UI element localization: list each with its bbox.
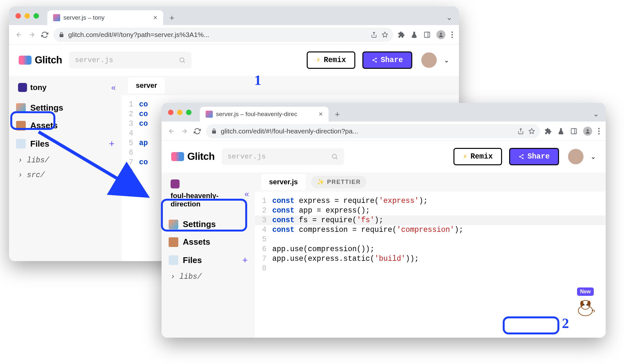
prettier-button[interactable]: ✨ PRETTIER: [311, 176, 367, 188]
file-search-input[interactable]: server.js: [222, 148, 344, 165]
project-icon: [18, 83, 27, 92]
share-page-icon[interactable]: [371, 32, 377, 38]
svg-point-18: [598, 133, 600, 134]
file-search-input[interactable]: server.js: [69, 52, 191, 68]
bookmark-icon[interactable]: [382, 32, 388, 38]
sidebar: foul-heavenly-direction « Settings Asset…: [162, 172, 255, 338]
project-chip[interactable]: foul-heavenly-direction: [166, 177, 230, 211]
folder-item[interactable]: › src/: [9, 168, 122, 183]
user-menu-chevron-icon[interactable]: ⌄: [591, 153, 596, 160]
url-input[interactable]: glitch.com/edit/#!/foul-heavenly-directi…: [206, 124, 540, 138]
lock-icon: [59, 32, 64, 38]
sidebar-item-files[interactable]: Files+: [9, 134, 122, 153]
svg-rect-13: [571, 128, 577, 134]
collapse-sidebar-icon[interactable]: «: [111, 83, 116, 93]
window-minimize[interactable]: [177, 110, 182, 115]
sidebar-item-settings[interactable]: Settings: [162, 215, 255, 233]
tab-strip: server.js – foul-heavenly-direc × + ⌄: [162, 103, 606, 122]
svg-point-29: [587, 301, 591, 306]
svg-point-23: [522, 158, 524, 159]
window-maximize[interactable]: [186, 110, 191, 115]
annotation-number-2: 2: [562, 315, 569, 332]
add-file-icon[interactable]: +: [109, 138, 115, 149]
project-icon: [171, 179, 180, 188]
user-avatar[interactable]: [568, 149, 583, 164]
share-button[interactable]: Share: [362, 51, 412, 69]
kebab-menu-icon[interactable]: [451, 31, 453, 38]
assets-icon: [16, 121, 26, 131]
new-tab-button[interactable]: +: [166, 12, 178, 24]
panel-icon[interactable]: [424, 31, 431, 38]
profile-avatar[interactable]: [583, 127, 592, 136]
browser-tab[interactable]: server.js – foul-heavenly-direc ×: [200, 107, 329, 122]
files-icon: [16, 139, 26, 149]
panel-icon[interactable]: [570, 128, 577, 135]
glitch-mascot[interactable]: New: [574, 287, 597, 317]
editor-tab[interactable]: server.js: [261, 174, 305, 190]
url-text: glitch.com/edit/#!/foul-heavenly-directi…: [221, 127, 358, 135]
glitch-logo[interactable]: Glitch: [19, 54, 62, 66]
sidebar-item-settings[interactable]: Settings: [9, 99, 122, 117]
tab-strip: server.js – tony × + ⌄: [9, 6, 459, 25]
extensions-icon[interactable]: [398, 31, 405, 38]
add-file-icon[interactable]: +: [242, 255, 248, 266]
folder-item[interactable]: › libs/: [9, 153, 122, 168]
project-chip[interactable]: tony: [14, 80, 51, 95]
code-editor[interactable]: server.js ✨ PRETTIER 1const express = re…: [255, 172, 606, 338]
window-close[interactable]: [168, 110, 173, 115]
share-button[interactable]: Share: [509, 148, 559, 165]
app-header: Glitch server.js ⚡ Remix Share ⌄: [162, 141, 606, 172]
kebab-menu-icon[interactable]: [598, 128, 600, 135]
sidebar-item-assets[interactable]: Assets: [9, 117, 122, 134]
svg-line-20: [336, 158, 338, 159]
search-icon: [179, 57, 186, 64]
svg-point-17: [598, 130, 600, 132]
folder-item[interactable]: › libs/: [162, 269, 255, 284]
remix-button[interactable]: ⚡ Remix: [307, 51, 355, 69]
svg-line-11: [374, 59, 375, 60]
user-avatar[interactable]: [421, 52, 437, 68]
glitch-logo[interactable]: Glitch: [171, 151, 215, 162]
forward-button[interactable]: [28, 31, 36, 39]
profile-avatar[interactable]: [436, 30, 445, 39]
user-menu-chevron-icon[interactable]: ⌄: [444, 56, 449, 64]
tab-list-chevron-icon[interactable]: ⌄: [446, 13, 452, 22]
collapse-sidebar-icon[interactable]: «: [245, 189, 249, 199]
labs-icon[interactable]: [411, 31, 418, 38]
bookmark-icon[interactable]: [528, 128, 535, 134]
favicon-icon: [53, 14, 60, 21]
close-tab-icon[interactable]: ×: [153, 14, 157, 22]
extensions-icon[interactable]: [545, 128, 552, 135]
forward-button[interactable]: [180, 127, 189, 135]
window-minimize[interactable]: [24, 13, 30, 19]
back-button[interactable]: [15, 31, 23, 39]
reload-button[interactable]: [193, 127, 201, 135]
labs-icon[interactable]: [557, 128, 564, 135]
url-input[interactable]: glitch.com/edit/#!/tony?path=server.js%3…: [53, 28, 393, 42]
tab-title: server.js – foul-heavenly-direc: [216, 111, 297, 118]
window-close[interactable]: [15, 13, 21, 19]
svg-point-2: [440, 33, 442, 35]
browser-window-front: server.js – foul-heavenly-direc × + ⌄ gl…: [162, 103, 606, 338]
share-page-icon[interactable]: [518, 128, 524, 134]
lightning-icon: ⚡: [463, 152, 467, 161]
sidebar-item-files[interactable]: Files+: [162, 251, 255, 269]
back-button[interactable]: [167, 127, 176, 135]
sidebar-item-assets[interactable]: Assets: [162, 233, 255, 251]
new-tab-button[interactable]: +: [331, 108, 343, 120]
svg-point-8: [375, 58, 377, 59]
close-tab-icon[interactable]: ×: [319, 110, 323, 118]
lock-icon: [211, 128, 217, 134]
svg-point-22: [519, 156, 521, 158]
assets-icon: [169, 237, 178, 247]
tab-list-chevron-icon[interactable]: ⌄: [593, 109, 599, 118]
editor-tab[interactable]: server: [128, 77, 165, 94]
address-bar: glitch.com/edit/#!/foul-heavenly-directi…: [162, 122, 606, 141]
reload-button[interactable]: [41, 31, 49, 39]
new-badge: New: [577, 287, 594, 296]
window-maximize[interactable]: [33, 13, 39, 19]
remix-button[interactable]: ⚡ Remix: [453, 148, 502, 165]
svg-point-15: [587, 129, 589, 131]
browser-tab[interactable]: server.js – tony ×: [47, 10, 163, 25]
svg-point-21: [522, 154, 524, 156]
